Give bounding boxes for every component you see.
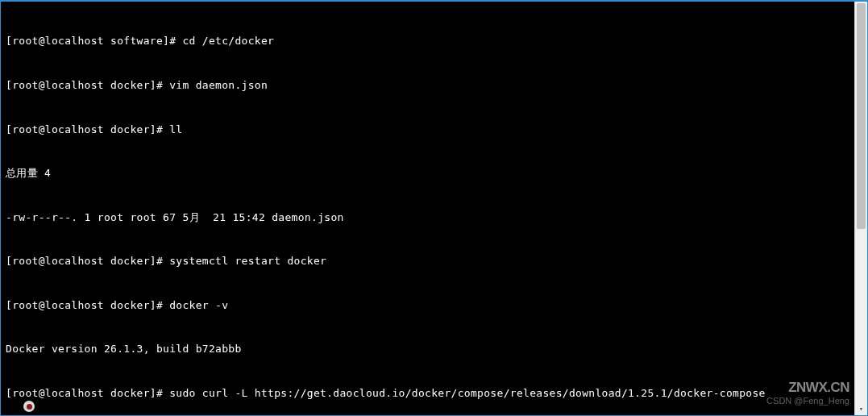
terminal-line: [root@localhost software]# cd /etc/docke… [6, 34, 862, 48]
terminal-line: Docker version 26.1.3, build b72abbb [6, 342, 862, 356]
terminal-output-area[interactable]: [root@localhost software]# cd /etc/docke… [1, 2, 867, 415]
watermark-brand: ZNWX.CN [766, 381, 849, 396]
terminal-line: [root@localhost docker]# ll [6, 123, 862, 137]
terminal-line: [root@localhost docker]# systemctl resta… [6, 254, 862, 268]
scroll-down-icon[interactable]: ▾ [855, 402, 867, 415]
terminal-line: 总用量 4 [6, 166, 862, 181]
record-indicator-icon [23, 401, 35, 412]
terminal-window: [root@localhost software]# cd /etc/docke… [0, 0, 868, 416]
watermark: ZNWX.CN CSDN @Feng_Heng [766, 381, 849, 406]
vertical-scrollbar[interactable]: ▴ ▾ [854, 2, 867, 415]
terminal-line: [root@localhost docker]# vim daemon.json [6, 78, 862, 93]
watermark-author: CSDN @Feng_Heng [766, 396, 849, 406]
terminal-line: -rw-r--r--. 1 root root 67 5月 21 15:42 d… [6, 210, 862, 225]
terminal-line: [root@localhost docker]# sudo curl -L ht… [6, 386, 862, 401]
terminal-line: [root@localhost docker]# docker -v [6, 298, 862, 313]
scroll-thumb[interactable] [857, 3, 866, 229]
